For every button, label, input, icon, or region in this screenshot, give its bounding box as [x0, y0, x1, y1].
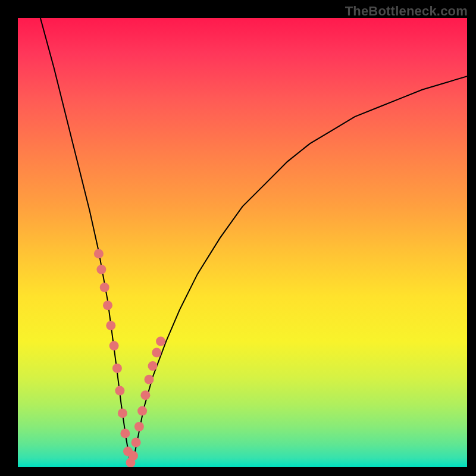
sample-dot	[137, 406, 147, 416]
sample-dot	[115, 386, 124, 396]
sample-dot	[103, 300, 112, 310]
sample-dot	[118, 408, 127, 418]
sample-dot	[100, 283, 109, 292]
sample-dot	[145, 375, 154, 384]
sample-dot	[120, 428, 130, 438]
sample-dot	[156, 337, 165, 346]
sample-dot	[94, 249, 104, 258]
chart-frame: TheBottleneck.com	[0, 0, 476, 476]
sample-dot	[140, 390, 150, 400]
sample-dot	[96, 265, 106, 274]
watermark-text: TheBottleneck.com	[345, 4, 468, 19]
sample-dot	[129, 451, 138, 461]
plot-area	[18, 18, 467, 467]
sample-dot	[131, 438, 141, 447]
sample-dot	[112, 364, 122, 373]
bottleneck-curve	[40, 18, 467, 463]
sample-dot	[152, 348, 161, 358]
sample-dot	[109, 341, 119, 350]
chart-svg	[18, 18, 467, 467]
sample-dot	[134, 422, 144, 431]
sample-dot	[106, 321, 115, 330]
sample-dot	[148, 361, 158, 371]
